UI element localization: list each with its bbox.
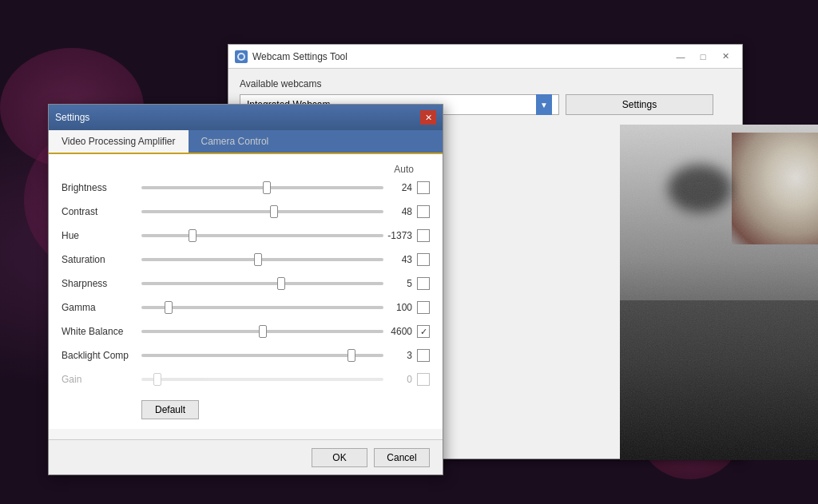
minimize-button[interactable]: — xyxy=(670,49,691,65)
gamma-row: Gamma 100 xyxy=(62,298,430,317)
default-button[interactable]: Default xyxy=(141,400,199,419)
white-balance-value: 4600 xyxy=(383,326,417,337)
contrast-label: Contrast xyxy=(62,206,141,217)
backlight-comp-row: Backlight Comp 3 xyxy=(62,346,430,365)
webcam-window-title: Webcam Settings Tool xyxy=(252,51,347,62)
settings-footer: OK Cancel xyxy=(49,439,443,474)
camera-preview xyxy=(620,125,818,460)
gain-row: Gain 0 xyxy=(62,370,430,389)
brightness-value: 24 xyxy=(383,182,417,193)
saturation-value: 43 xyxy=(383,254,417,265)
tab-camera-control[interactable]: Camera Control xyxy=(189,130,282,153)
dropdown-arrow-icon: ▼ xyxy=(536,94,552,115)
auto-column-label: Auto xyxy=(394,164,414,175)
sharpness-slider-container xyxy=(141,276,383,292)
gain-value: 0 xyxy=(383,374,417,385)
gamma-value: 100 xyxy=(383,302,417,313)
gain-label: Gain xyxy=(62,374,141,385)
settings-dialog: Settings ✕ Video Processing Amplifier Ca… xyxy=(48,104,443,475)
available-webcams-label: Available webcams xyxy=(240,78,731,89)
sharpness-label: Sharpness xyxy=(62,278,141,289)
saturation-label: Saturation xyxy=(62,254,141,265)
brightness-auto-checkbox[interactable] xyxy=(417,181,430,194)
gamma-slider[interactable] xyxy=(141,306,383,309)
contrast-row: Contrast 48 xyxy=(62,202,430,221)
tab-video-processing[interactable]: Video Processing Amplifier xyxy=(49,130,189,153)
sharpness-auto-checkbox[interactable] xyxy=(417,277,430,290)
maximize-button[interactable]: □ xyxy=(693,49,713,65)
sharpness-row: Sharpness 5 xyxy=(62,274,430,293)
white-balance-slider[interactable] xyxy=(141,330,383,333)
saturation-slider[interactable] xyxy=(141,258,383,261)
brightness-slider-container xyxy=(141,180,383,196)
cancel-button[interactable]: Cancel xyxy=(374,448,430,467)
webcam-settings-button[interactable]: Settings xyxy=(566,94,713,115)
contrast-slider[interactable] xyxy=(141,210,383,213)
gamma-auto-checkbox[interactable] xyxy=(417,301,430,314)
hue-slider-container xyxy=(141,228,383,244)
backlight-comp-slider[interactable] xyxy=(141,354,383,357)
saturation-auto-checkbox[interactable] xyxy=(417,253,430,266)
ok-button[interactable]: OK xyxy=(312,448,367,467)
contrast-slider-container xyxy=(141,204,383,220)
settings-close-button[interactable]: ✕ xyxy=(420,110,436,125)
gamma-slider-container xyxy=(141,300,383,315)
white-balance-label: White Balance xyxy=(62,326,141,337)
gain-auto-checkbox[interactable] xyxy=(417,373,430,386)
close-button[interactable]: ✕ xyxy=(715,49,736,65)
backlight-comp-value: 3 xyxy=(383,350,417,361)
webcam-titlebar-left: Webcam Settings Tool xyxy=(235,50,347,63)
saturation-slider-container xyxy=(141,252,383,268)
saturation-row: Saturation 43 xyxy=(62,250,430,269)
hue-label: Hue xyxy=(62,230,141,241)
settings-header-row: Auto xyxy=(62,164,430,175)
camera-preview-image xyxy=(620,125,818,460)
white-balance-row: White Balance 4600 ✓ xyxy=(62,322,430,341)
hue-slider[interactable] xyxy=(141,234,383,237)
hue-row: Hue -1373 xyxy=(62,226,430,245)
sharpness-slider[interactable] xyxy=(141,282,383,285)
backlight-comp-slider-container xyxy=(141,347,383,363)
gamma-label: Gamma xyxy=(62,302,141,313)
contrast-value: 48 xyxy=(383,206,417,217)
settings-dialog-title: Settings xyxy=(55,112,89,123)
webcam-titlebar: Webcam Settings Tool — □ ✕ xyxy=(228,45,742,69)
webcam-app-icon xyxy=(235,50,248,63)
brightness-label: Brightness xyxy=(62,182,141,193)
white-balance-slider-container xyxy=(141,323,383,339)
gain-slider-container xyxy=(141,371,383,387)
gain-slider xyxy=(141,378,383,381)
settings-titlebar: Settings ✕ xyxy=(49,105,443,130)
checkmark-icon: ✓ xyxy=(420,327,427,337)
sharpness-value: 5 xyxy=(383,278,417,289)
preview-noise xyxy=(620,125,818,460)
contrast-auto-checkbox[interactable] xyxy=(417,205,430,218)
settings-tabs: Video Processing Amplifier Camera Contro… xyxy=(49,130,443,154)
svg-point-1 xyxy=(239,54,244,59)
settings-body: Auto Brightness 24 Contrast 48 Hue xyxy=(49,154,443,429)
hue-auto-checkbox[interactable] xyxy=(417,229,430,242)
backlight-comp-label: Backlight Comp xyxy=(62,350,141,361)
titlebar-controls: — □ ✕ xyxy=(670,49,736,65)
backlight-comp-auto-checkbox[interactable] xyxy=(417,349,430,362)
brightness-row: Brightness 24 xyxy=(62,178,430,197)
hue-value: -1373 xyxy=(383,230,417,241)
white-balance-auto-checkbox[interactable]: ✓ xyxy=(417,325,430,338)
brightness-slider[interactable] xyxy=(141,186,383,189)
